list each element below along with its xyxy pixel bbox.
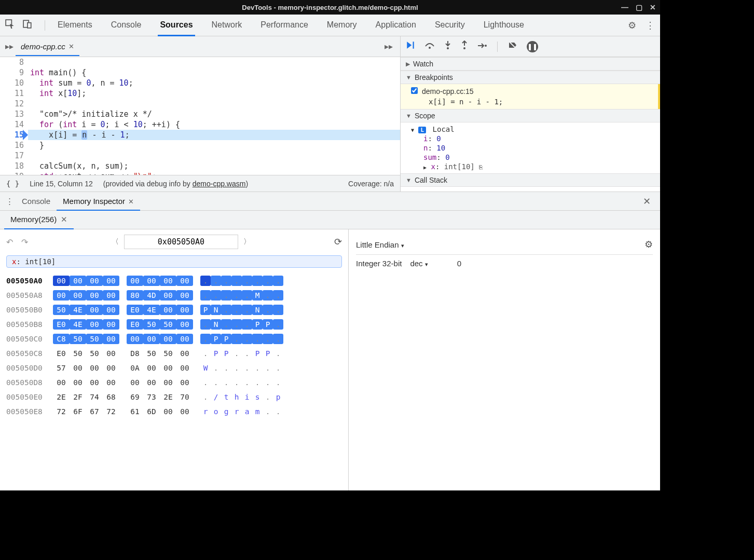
separator — [497, 42, 498, 52]
breakpoint-checkbox[interactable] — [411, 87, 418, 94]
breakpoint-item[interactable]: demo-cpp.cc:15 x[i] = n - i - 1; — [401, 84, 660, 109]
hex-row[interactable]: 005050A800000000804D0000.....M.. — [6, 289, 342, 302]
watch-section[interactable]: ▶Watch — [401, 57, 660, 71]
value-interpreter: Little Endian ▾ ⚙ Integer 32-bit dec ▾ 0 — [349, 229, 660, 490]
memory-nav-controls: ↶ ↷ 〈 〉 ⟳ — [6, 235, 342, 249]
cursor-position: Line 15, Column 12 — [30, 180, 92, 188]
value-type: Integer 32-bit — [356, 259, 402, 268]
code-editor[interactable]: 891011121314151617181920 int main() { in… — [0, 57, 400, 175]
step-out-icon[interactable] — [461, 40, 468, 52]
file-tab-label: demo-cpp.cc — [21, 42, 65, 51]
scope-var-x[interactable]: ▶ x: int[10] ⎘ — [411, 162, 660, 171]
redo-icon[interactable]: ↷ — [21, 237, 28, 247]
drawer-more-icon[interactable]: ⋮ — [3, 197, 16, 206]
window-title: DevTools - memory-inspector.glitch.me/de… — [242, 4, 418, 11]
source-file-tab[interactable]: demo-cpp.cc ✕ — [16, 38, 79, 56]
scope-var-sum[interactable]: sum: 0 — [411, 153, 660, 162]
panel-tab-sources[interactable]: Sources — [158, 15, 195, 36]
hex-row[interactable]: 005050C0C850500000000000.PP..... — [6, 332, 342, 346]
breakpoints-section[interactable]: ▼Breakpoints — [401, 71, 660, 84]
drawer-tab-console[interactable]: Console — [16, 193, 57, 210]
scope-local[interactable]: ▼ L Local — [411, 125, 660, 134]
more-icon[interactable]: ⋮ — [646, 20, 655, 31]
minimize-icon[interactable]: — — [621, 3, 628, 11]
memory-inspector-panel: Memory(256) ✕ ↶ ↷ 〈 〉 ⟳ — [0, 211, 660, 490]
base-select[interactable]: dec ▾ — [410, 259, 428, 268]
endianness-select[interactable]: Little Endian ▾ — [356, 240, 404, 249]
panel-tab-lighthouse[interactable]: Lighthouse — [482, 15, 526, 36]
panel-tab-security[interactable]: Security — [433, 15, 467, 36]
wasm-link[interactable]: demo-cpp.wasm — [193, 180, 246, 188]
maximize-icon[interactable]: ▢ — [636, 3, 642, 11]
main-toolbar: ElementsConsoleSourcesNetworkPerformance… — [0, 15, 660, 36]
callstack-section[interactable]: ▼Call Stack — [401, 173, 660, 187]
scope-var-n[interactable]: n: 10 — [411, 143, 660, 153]
debugger-sidebar: ❚❚ ▶Watch ▼Breakpoints demo-cpp.cc:15 x[… — [401, 36, 660, 192]
drawer-tab-memory-inspector[interactable]: Memory Inspector✕ — [57, 193, 140, 211]
deactivate-breakpoints-icon[interactable] — [508, 40, 517, 52]
hex-row[interactable]: 005050D80000000000000000........ — [6, 376, 342, 389]
memory-tab[interactable]: Memory(256) ✕ — [4, 211, 74, 229]
step-into-icon[interactable] — [444, 40, 451, 52]
prev-page-icon[interactable]: 〈 — [112, 237, 119, 247]
pretty-print-icon[interactable]: { } — [6, 180, 19, 188]
hex-row[interactable]: 005050D0570000000A000000W....... — [6, 361, 342, 375]
hex-viewer[interactable]: 005050A00000000000000000........005050A8… — [6, 274, 342, 419]
titlebar: DevTools - memory-inspector.glitch.me/de… — [0, 0, 660, 15]
panel-tabs: ElementsConsoleSourcesNetworkPerformance… — [56, 15, 628, 36]
svg-rect-2 — [28, 23, 31, 28]
step-over-icon[interactable] — [424, 40, 435, 52]
hex-row[interactable]: 005050C8E0505000D8505000.PP..PP. — [6, 347, 342, 360]
svg-point-5 — [447, 47, 449, 49]
svg-rect-3 — [413, 42, 414, 49]
svg-point-6 — [463, 47, 465, 49]
scope-section[interactable]: ▼Scope — [401, 109, 660, 122]
close-memory-tab-icon[interactable]: ✕ — [61, 215, 67, 224]
variable-chip[interactable]: x: int[10] — [6, 255, 342, 268]
svg-point-4 — [429, 47, 431, 49]
navigator-toggle-icon[interactable]: ▸▸ — [3, 42, 16, 51]
step-icon[interactable] — [477, 41, 487, 52]
panel-tab-performance[interactable]: Performance — [258, 15, 310, 36]
drawer-tabbar: ⋮ ConsoleMemory Inspector✕ ✕ — [0, 192, 660, 211]
hex-row[interactable]: 005050A00000000000000000........ — [6, 274, 342, 288]
panel-tab-memory[interactable]: Memory — [325, 15, 359, 36]
next-page-icon[interactable]: 〉 — [243, 237, 251, 247]
memory-tab-row: Memory(256) ✕ — [0, 211, 660, 229]
interpreted-value: 0 — [457, 259, 461, 268]
hex-row[interactable]: 005050B0504E0000E04E0000PN...N.. — [6, 303, 342, 317]
panel-tab-application[interactable]: Application — [374, 15, 418, 36]
panel-tab-elements[interactable]: Elements — [56, 15, 94, 36]
close-tab-icon[interactable]: ✕ — [68, 43, 74, 50]
resume-icon[interactable] — [406, 40, 415, 52]
sources-tabbar: ▸▸ demo-cpp.cc ✕ ▸▸ — [0, 36, 400, 57]
debugger-toolbar: ❚❚ — [401, 36, 660, 57]
drawer-close-icon[interactable]: ✕ — [637, 196, 657, 207]
editor-status-bar: { } Line 15, Column 12 (provided via deb… — [0, 175, 400, 192]
hex-row[interactable]: 005050E02E2F746869732E70./this.p — [6, 390, 342, 404]
panel-tab-network[interactable]: Network — [210, 15, 244, 36]
svg-point-7 — [485, 45, 487, 47]
select-element-icon[interactable] — [5, 19, 15, 31]
hex-row[interactable]: 005050B8E04E0000E0505000.N...PP. — [6, 318, 342, 331]
settings-icon[interactable]: ⚙ — [628, 20, 636, 31]
address-input[interactable] — [124, 235, 238, 249]
device-toolbar-icon[interactable] — [23, 19, 32, 31]
breakpoint-code: x[i] = n - i - 1; — [429, 98, 653, 106]
run-snippet-icon[interactable]: ▸▸ — [380, 42, 397, 51]
pause-on-exceptions-icon[interactable]: ❚❚ — [527, 41, 538, 52]
close-icon[interactable]: ✕ — [650, 3, 656, 11]
coverage-status: Coverage: n/a — [348, 180, 394, 188]
panel-tab-console[interactable]: Console — [109, 15, 144, 36]
breakpoint-location: demo-cpp.cc:15 — [422, 87, 474, 95]
separator — [45, 20, 45, 31]
refresh-icon[interactable]: ⟳ — [334, 236, 342, 248]
interpreter-settings-icon[interactable]: ⚙ — [645, 239, 653, 250]
hex-row[interactable]: 005050E8726F6772616D0000rogram.. — [6, 405, 342, 418]
scope-var-i[interactable]: i: 0 — [411, 134, 660, 143]
undo-icon[interactable]: ↶ — [6, 237, 13, 247]
provided-via: (provided via debug info by demo-cpp.was… — [103, 180, 248, 188]
